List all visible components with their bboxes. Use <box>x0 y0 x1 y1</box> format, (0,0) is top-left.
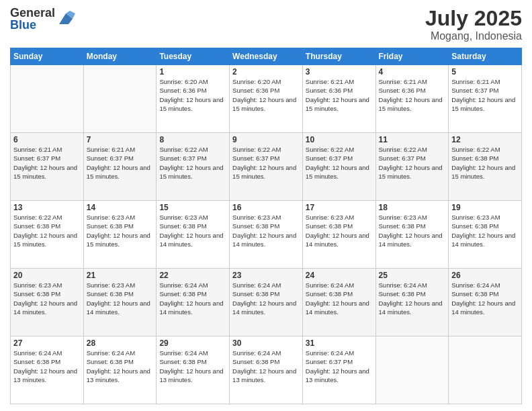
weekday-monday: Monday <box>83 48 157 65</box>
day-info: Sunrise: 6:24 AMSunset: 6:38 PMDaylight:… <box>159 281 226 316</box>
weekday-sunday: Sunday <box>11 48 84 65</box>
day-info: Sunrise: 6:22 AMSunset: 6:37 PMDaylight:… <box>306 145 373 181</box>
day-number: 21 <box>87 271 154 280</box>
day-number: 20 <box>13 271 81 280</box>
day-number: 31 <box>306 338 373 348</box>
day-number: 14 <box>87 203 154 212</box>
weekday-thursday: Thursday <box>302 48 375 65</box>
day-cell <box>449 336 522 404</box>
day-cell: 26Sunrise: 6:24 AMSunset: 6:38 PMDayligh… <box>449 269 522 336</box>
day-info: Sunrise: 6:22 AMSunset: 6:37 PMDaylight:… <box>232 145 300 181</box>
day-info: Sunrise: 6:23 AMSunset: 6:38 PMDaylight:… <box>232 213 300 248</box>
day-info: Sunrise: 6:23 AMSunset: 6:38 PMDaylight:… <box>379 213 446 248</box>
day-info: Sunrise: 6:22 AMSunset: 6:38 PMDaylight:… <box>451 145 519 181</box>
day-info: Sunrise: 6:21 AMSunset: 6:37 PMDaylight:… <box>87 145 154 181</box>
day-info: Sunrise: 6:20 AMSunset: 6:36 PMDaylight:… <box>232 77 300 113</box>
day-number: 28 <box>87 338 154 348</box>
calendar-body: 1Sunrise: 6:20 AMSunset: 6:36 PMDaylight… <box>11 65 522 404</box>
day-number: 7 <box>87 135 154 144</box>
day-number: 5 <box>451 67 519 77</box>
calendar-table: SundayMondayTuesdayWednesdayThursdayFrid… <box>10 48 522 404</box>
day-info: Sunrise: 6:21 AMSunset: 6:37 PMDaylight:… <box>451 77 519 113</box>
weekday-friday: Friday <box>375 48 449 65</box>
weekday-header-row: SundayMondayTuesdayWednesdayThursdayFrid… <box>11 48 522 65</box>
day-number: 12 <box>451 135 519 144</box>
day-number: 2 <box>232 67 300 77</box>
day-cell: 2Sunrise: 6:20 AMSunset: 6:36 PMDaylight… <box>230 65 303 133</box>
day-number: 16 <box>232 203 300 212</box>
day-info: Sunrise: 6:23 AMSunset: 6:38 PMDaylight:… <box>87 281 154 316</box>
day-cell <box>83 65 157 133</box>
day-number: 26 <box>451 271 519 280</box>
day-cell: 20Sunrise: 6:23 AMSunset: 6:38 PMDayligh… <box>11 269 84 336</box>
week-row-5: 27Sunrise: 6:24 AMSunset: 6:38 PMDayligh… <box>11 336 522 404</box>
day-number: 30 <box>232 338 300 348</box>
day-info: Sunrise: 6:22 AMSunset: 6:38 PMDaylight:… <box>13 213 81 248</box>
day-number: 11 <box>379 135 446 144</box>
day-info: Sunrise: 6:24 AMSunset: 6:38 PMDaylight:… <box>159 349 226 384</box>
day-cell: 18Sunrise: 6:23 AMSunset: 6:38 PMDayligh… <box>375 201 449 269</box>
day-info: Sunrise: 6:24 AMSunset: 6:38 PMDaylight:… <box>13 349 81 384</box>
day-info: Sunrise: 6:23 AMSunset: 6:38 PMDaylight:… <box>87 213 154 248</box>
logo: General Blue <box>10 7 75 31</box>
day-info: Sunrise: 6:24 AMSunset: 6:38 PMDaylight:… <box>306 281 373 316</box>
weekday-tuesday: Tuesday <box>157 48 230 65</box>
day-cell: 3Sunrise: 6:21 AMSunset: 6:36 PMDaylight… <box>302 65 375 133</box>
day-number: 10 <box>306 135 373 144</box>
day-cell: 9Sunrise: 6:22 AMSunset: 6:37 PMDaylight… <box>230 133 303 201</box>
day-number: 9 <box>232 135 300 144</box>
day-cell: 11Sunrise: 6:22 AMSunset: 6:37 PMDayligh… <box>375 133 449 201</box>
day-number: 6 <box>13 135 81 144</box>
day-info: Sunrise: 6:21 AMSunset: 6:36 PMDaylight:… <box>379 77 446 113</box>
day-number: 23 <box>232 271 300 280</box>
day-info: Sunrise: 6:24 AMSunset: 6:38 PMDaylight:… <box>379 281 446 316</box>
day-info: Sunrise: 6:21 AMSunset: 6:37 PMDaylight:… <box>13 145 81 181</box>
day-number: 27 <box>13 338 81 348</box>
day-cell: 27Sunrise: 6:24 AMSunset: 6:38 PMDayligh… <box>11 336 84 404</box>
day-number: 8 <box>159 135 226 144</box>
day-info: Sunrise: 6:24 AMSunset: 6:38 PMDaylight:… <box>232 349 300 384</box>
day-info: Sunrise: 6:24 AMSunset: 6:37 PMDaylight:… <box>306 349 373 384</box>
day-info: Sunrise: 6:24 AMSunset: 6:38 PMDaylight:… <box>451 281 519 316</box>
day-number: 1 <box>159 67 226 77</box>
day-info: Sunrise: 6:23 AMSunset: 6:38 PMDaylight:… <box>159 213 226 248</box>
day-cell: 16Sunrise: 6:23 AMSunset: 6:38 PMDayligh… <box>230 201 303 269</box>
logo-general: General <box>10 7 55 19</box>
logo-blue: Blue <box>10 19 55 31</box>
calendar-page: General Blue July 2025 Mogang, Indonesia… <box>0 0 532 411</box>
day-cell: 28Sunrise: 6:24 AMSunset: 6:38 PMDayligh… <box>83 336 157 404</box>
day-cell: 25Sunrise: 6:24 AMSunset: 6:38 PMDayligh… <box>375 269 449 336</box>
day-number: 15 <box>159 203 226 212</box>
day-cell: 21Sunrise: 6:23 AMSunset: 6:38 PMDayligh… <box>83 269 157 336</box>
day-number: 13 <box>13 203 81 212</box>
weekday-wednesday: Wednesday <box>230 48 303 65</box>
month-title: July 2025 <box>425 7 522 30</box>
day-info: Sunrise: 6:22 AMSunset: 6:37 PMDaylight:… <box>159 145 226 181</box>
week-row-4: 20Sunrise: 6:23 AMSunset: 6:38 PMDayligh… <box>11 269 522 336</box>
day-number: 22 <box>159 271 226 280</box>
day-number: 4 <box>379 67 446 77</box>
week-row-3: 13Sunrise: 6:22 AMSunset: 6:38 PMDayligh… <box>11 201 522 269</box>
day-cell: 13Sunrise: 6:22 AMSunset: 6:38 PMDayligh… <box>11 201 84 269</box>
day-info: Sunrise: 6:24 AMSunset: 6:38 PMDaylight:… <box>232 281 300 316</box>
day-cell: 12Sunrise: 6:22 AMSunset: 6:38 PMDayligh… <box>449 133 522 201</box>
day-cell: 6Sunrise: 6:21 AMSunset: 6:37 PMDaylight… <box>11 133 84 201</box>
day-cell <box>11 65 84 133</box>
day-info: Sunrise: 6:23 AMSunset: 6:38 PMDaylight:… <box>451 213 519 248</box>
title-block: July 2025 Mogang, Indonesia <box>425 7 522 42</box>
day-cell: 22Sunrise: 6:24 AMSunset: 6:38 PMDayligh… <box>157 269 230 336</box>
day-cell: 7Sunrise: 6:21 AMSunset: 6:37 PMDaylight… <box>83 133 157 201</box>
day-cell: 31Sunrise: 6:24 AMSunset: 6:37 PMDayligh… <box>302 336 375 404</box>
day-cell: 24Sunrise: 6:24 AMSunset: 6:38 PMDayligh… <box>302 269 375 336</box>
day-cell: 19Sunrise: 6:23 AMSunset: 6:38 PMDayligh… <box>449 201 522 269</box>
day-cell <box>375 336 449 404</box>
day-number: 29 <box>159 338 226 348</box>
day-cell: 10Sunrise: 6:22 AMSunset: 6:37 PMDayligh… <box>302 133 375 201</box>
weekday-saturday: Saturday <box>449 48 522 65</box>
day-cell: 1Sunrise: 6:20 AMSunset: 6:36 PMDaylight… <box>157 65 230 133</box>
day-number: 24 <box>306 271 373 280</box>
day-info: Sunrise: 6:23 AMSunset: 6:38 PMDaylight:… <box>306 213 373 248</box>
week-row-2: 6Sunrise: 6:21 AMSunset: 6:37 PMDaylight… <box>11 133 522 201</box>
day-number: 18 <box>379 203 446 212</box>
day-info: Sunrise: 6:20 AMSunset: 6:36 PMDaylight:… <box>159 77 226 113</box>
